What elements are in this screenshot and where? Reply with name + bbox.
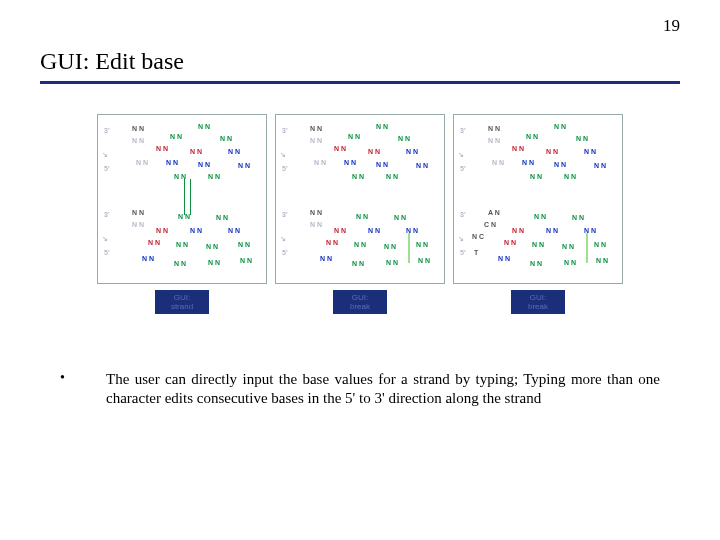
edit-cursor	[408, 233, 410, 263]
base-label: N N	[534, 213, 546, 220]
base-label: N N	[584, 148, 596, 155]
base-label: N N	[386, 173, 398, 180]
base-label: N N	[368, 227, 380, 234]
panel-3-button[interactable]: GUI: break	[511, 290, 565, 314]
arrow-icon: ↘	[458, 235, 464, 243]
base-label: N N	[504, 239, 516, 246]
end-label: 3'	[282, 127, 288, 134]
figure-row: 3' N N N N N N N N N N N N N N N N ↘ N N…	[40, 114, 680, 314]
end-label: 3'	[104, 211, 110, 218]
base-label: N N	[554, 123, 566, 130]
base-label: N N	[178, 213, 190, 220]
base-label: N N	[530, 260, 542, 267]
base-label: A N	[488, 209, 500, 216]
button-line2: strand	[171, 302, 193, 311]
edit-cursor	[586, 233, 588, 263]
end-label: 5'	[460, 165, 466, 172]
base-label: N N	[416, 241, 428, 248]
panel-2: 3' N N N N N N N N N N N N N N N N ↘ N N…	[275, 114, 445, 314]
body-text: • The user can directly input the base v…	[40, 370, 680, 408]
button-line2: break	[350, 302, 370, 311]
base-label: N N	[488, 125, 500, 132]
description-paragraph: The user can directly input the base val…	[106, 370, 660, 408]
base-label: N N	[406, 148, 418, 155]
base-label: N N	[190, 148, 202, 155]
panel-1-button[interactable]: GUI: strand	[155, 290, 209, 314]
end-label: 5'	[104, 165, 110, 172]
arrow-icon: ↘	[458, 151, 464, 159]
base-label: N N	[198, 123, 210, 130]
base-label: N N	[310, 125, 322, 132]
base-label: N N	[132, 137, 144, 144]
base-label: N N	[554, 161, 566, 168]
base-label: N N	[216, 214, 228, 221]
base-label: N N	[376, 161, 388, 168]
base-label: N N	[170, 133, 182, 140]
base-label: N N	[238, 162, 250, 169]
base-label: N N	[492, 159, 504, 166]
base-label: N N	[376, 123, 388, 130]
base-label: N N	[166, 159, 178, 166]
base-label: N N	[344, 159, 356, 166]
base-label: N N	[136, 159, 148, 166]
base-label: N N	[546, 148, 558, 155]
button-line2: break	[528, 302, 548, 311]
base-label: N N	[594, 241, 606, 248]
base-label: N N	[564, 173, 576, 180]
title-underline	[40, 81, 680, 84]
base-label: N N	[526, 133, 538, 140]
base-label: N C	[472, 233, 484, 240]
base-label: N N	[354, 241, 366, 248]
base-label: N N	[310, 221, 322, 228]
page-number: 19	[663, 16, 680, 36]
base-label: N N	[228, 148, 240, 155]
base-label: N N	[174, 260, 186, 267]
base-label: N N	[228, 227, 240, 234]
base-label: N N	[384, 243, 396, 250]
base-label: N N	[594, 162, 606, 169]
base-label: N N	[512, 145, 524, 152]
arrow-icon: ↘	[102, 235, 108, 243]
base-label: N N	[208, 259, 220, 266]
base-label: N N	[326, 239, 338, 246]
button-line1: GUI:	[530, 293, 546, 302]
base-label: N N	[416, 162, 428, 169]
base-label: N N	[596, 257, 608, 264]
base-label: N N	[132, 125, 144, 132]
base-label: N N	[352, 260, 364, 267]
end-label: 5'	[104, 249, 110, 256]
base-label: N N	[498, 255, 510, 262]
base-label: N N	[220, 135, 232, 142]
base-label: N N	[562, 243, 574, 250]
arrow-icon: ↘	[102, 151, 108, 159]
page-title: GUI: Edit base	[40, 48, 680, 75]
base-label: N N	[564, 259, 576, 266]
base-label: T	[474, 249, 478, 256]
panel-2-button[interactable]: GUI: break	[333, 290, 387, 314]
base-label: N N	[530, 173, 542, 180]
base-label: N N	[368, 148, 380, 155]
panel-1: 3' N N N N N N N N N N N N N N N N ↘ N N…	[97, 114, 267, 314]
end-label: 5'	[282, 249, 288, 256]
panel-2-canvas: 3' N N N N N N N N N N N N N N N N ↘ N N…	[275, 114, 445, 284]
base-label: N N	[132, 209, 144, 216]
end-label: 3'	[460, 127, 466, 134]
panel-1-canvas: 3' N N N N N N N N N N N N N N N N ↘ N N…	[97, 114, 267, 284]
base-label: N N	[546, 227, 558, 234]
arrow-icon: ↘	[280, 235, 286, 243]
base-label: N N	[310, 209, 322, 216]
base-label: N N	[238, 241, 250, 248]
base-label: N N	[334, 145, 346, 152]
base-label: N N	[348, 133, 360, 140]
base-label: N N	[320, 255, 332, 262]
base-label: N N	[512, 227, 524, 234]
base-label: N N	[394, 214, 406, 221]
base-label: N N	[532, 241, 544, 248]
base-label: N N	[310, 137, 322, 144]
base-label: N N	[148, 239, 160, 246]
base-label: N N	[132, 221, 144, 228]
end-label: 3'	[104, 127, 110, 134]
button-line1: GUI:	[174, 293, 190, 302]
strand-connector	[184, 179, 185, 215]
end-label: 5'	[282, 165, 288, 172]
